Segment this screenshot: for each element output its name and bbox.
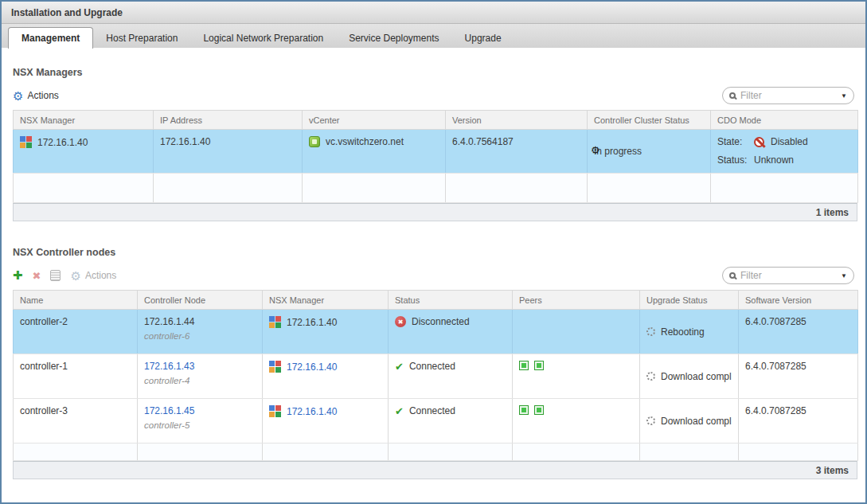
list-icon <box>50 270 61 281</box>
controller-manager-ip-link[interactable]: 172.16.1.40 <box>287 361 337 373</box>
gear-icon: ⚙ <box>70 270 80 282</box>
tab-bar: Management Host Preparation Logical Netw… <box>2 24 865 48</box>
cdo-state-label: State: <box>717 136 754 147</box>
cross-glyph: ✖ <box>398 318 404 326</box>
controller-node-ip: 172.16.1.44 <box>144 316 256 327</box>
add-controller-button[interactable]: ✚ <box>13 268 23 283</box>
disconnected-icon: ✖ <box>395 316 406 327</box>
tab-logical-network-preparation[interactable]: Logical Network Preparation <box>190 28 336 48</box>
managers-header-row: NSX Manager IP Address vCenter Version C… <box>14 111 858 130</box>
controller-status: Connected <box>409 361 455 372</box>
page-title: Installation and Upgrade <box>11 7 123 18</box>
spinner-icon <box>646 372 655 381</box>
controllers-section-title: NSX Controller nodes <box>13 247 854 258</box>
controller-software-version: 6.4.0.7087285 <box>745 405 806 416</box>
controller-row[interactable]: controller-3 172.16.1.45 controller-5 17… <box>14 399 858 443</box>
peer-icon <box>519 405 529 415</box>
controller-upgrade-status: Download compl... <box>661 416 732 427</box>
col-controller-node[interactable]: Controller Node <box>138 291 263 310</box>
controller-node-ip-link[interactable]: 172.16.1.43 <box>144 361 194 372</box>
managers-table-footer: 1 items <box>13 203 857 221</box>
plus-icon: ✚ <box>13 268 23 283</box>
peer-icon <box>534 361 544 370</box>
manager-row[interactable]: 172.16.1.40 172.16.1.40 vc.vswitchzero.n… <box>14 130 858 174</box>
controllers-filter-input[interactable] <box>740 270 836 281</box>
controller-status: Connected <box>409 405 455 416</box>
connected-check-icon: ✔ <box>395 361 404 372</box>
col-cdo-mode[interactable]: CDO Mode <box>711 111 858 130</box>
vcenter-icon <box>309 136 320 147</box>
busy-cursor-icon: ⚙ <box>591 144 600 156</box>
managers-table: NSX Manager IP Address vCenter Version C… <box>13 110 858 203</box>
controller-upgrade-status: Rebooting <box>661 326 705 338</box>
disabled-icon <box>754 137 764 147</box>
manager-vcenter: vc.vswitchzero.net <box>326 136 404 147</box>
managers-toolbar: ⚙ Actions ▼ <box>13 86 854 105</box>
details-button[interactable] <box>50 270 61 281</box>
controller-node-ip-link[interactable]: 172.16.1.45 <box>144 405 194 416</box>
controller-name: controller-3 <box>20 405 68 416</box>
col-vcenter[interactable]: vCenter <box>303 111 446 130</box>
cluster-status: ⚙ In progress <box>594 146 642 157</box>
gear-icon: ⚙ <box>13 90 23 102</box>
cdo-status-value: Unknown <box>754 154 794 166</box>
controllers-table: Name Controller Node NSX Manager Status … <box>13 290 858 461</box>
search-icon <box>729 92 736 99</box>
managers-items-count: 1 items <box>816 207 849 218</box>
managers-filter: ▼ <box>722 87 854 104</box>
tab-content: NSX Managers ⚙ Actions ▼ NSX Manager IP … <box>2 67 865 479</box>
col-software-version[interactable]: Software Version <box>739 291 858 310</box>
col-ip-address[interactable]: IP Address <box>154 111 303 130</box>
delete-icon: ✖ <box>33 270 41 282</box>
controller-row[interactable]: controller-2 172.16.1.44 controller-6 17… <box>14 310 858 354</box>
manager-ip: 172.16.1.40 <box>160 136 210 147</box>
peer-icon <box>519 361 529 370</box>
cdo-status-row: Status: Unknown <box>717 154 851 166</box>
spinner-icon <box>646 327 655 336</box>
controllers-filter: ▼ <box>722 267 854 284</box>
controller-name: controller-2 <box>20 316 68 327</box>
col-name[interactable]: Name <box>14 291 138 310</box>
controller-peers <box>513 354 640 399</box>
controller-node-alias: controller-5 <box>144 420 256 430</box>
nsx-manager-icon <box>269 361 281 373</box>
chevron-down-icon[interactable]: ▼ <box>841 272 847 279</box>
managers-section-title: NSX Managers <box>13 67 854 78</box>
col-version[interactable]: Version <box>446 111 588 130</box>
col-peers[interactable]: Peers <box>513 291 640 310</box>
controllers-actions-button[interactable]: ⚙ Actions <box>70 270 116 282</box>
controller-row[interactable]: controller-1 172.16.1.43 controller-4 17… <box>14 354 858 399</box>
col-status[interactable]: Status <box>389 291 513 310</box>
nsx-manager-icon <box>269 316 281 328</box>
controllers-items-count: 3 items <box>816 465 849 476</box>
tab-host-preparation[interactable]: Host Preparation <box>93 28 190 48</box>
chevron-down-icon[interactable]: ▼ <box>841 92 847 100</box>
controllers-toolbar: ✚ ✖ ⚙ Actions ▼ <box>13 266 854 285</box>
tab-management[interactable]: Management <box>8 27 93 49</box>
controllers-actions-label: Actions <box>85 270 116 281</box>
empty-row <box>14 174 858 203</box>
cluster-status-text: In progress <box>594 146 642 157</box>
controller-software-version: 6.4.0.7087285 <box>745 361 806 372</box>
delete-controller-button[interactable]: ✖ <box>33 270 41 282</box>
window-titlebar: Installation and Upgrade <box>2 2 865 24</box>
nsx-manager-icon <box>20 136 32 148</box>
col-nsx-manager[interactable]: NSX Manager <box>14 111 154 130</box>
controller-software-version: 6.4.0.7087285 <box>745 316 806 327</box>
empty-row <box>14 443 858 461</box>
controller-peers <box>513 399 640 443</box>
col-controller-cluster-status[interactable]: Controller Cluster Status <box>588 111 711 130</box>
managers-actions-button[interactable]: ⚙ Actions <box>13 90 59 102</box>
tab-upgrade[interactable]: Upgrade <box>452 28 514 48</box>
controller-manager-ip-link[interactable]: 172.16.1.40 <box>287 406 337 417</box>
managers-actions-label: Actions <box>27 90 58 101</box>
peer-icon <box>534 405 544 415</box>
col-upgrade-status[interactable]: Upgrade Status <box>640 291 739 310</box>
search-icon <box>729 272 736 279</box>
controller-name: controller-1 <box>20 361 68 372</box>
col-nsx-manager[interactable]: NSX Manager <box>263 291 389 310</box>
managers-filter-input[interactable] <box>740 90 836 101</box>
tab-service-deployments[interactable]: Service Deployments <box>336 28 451 48</box>
controller-upgrade-status: Download compl... <box>661 371 732 382</box>
cdo-state-row: State: Disabled <box>717 136 851 147</box>
